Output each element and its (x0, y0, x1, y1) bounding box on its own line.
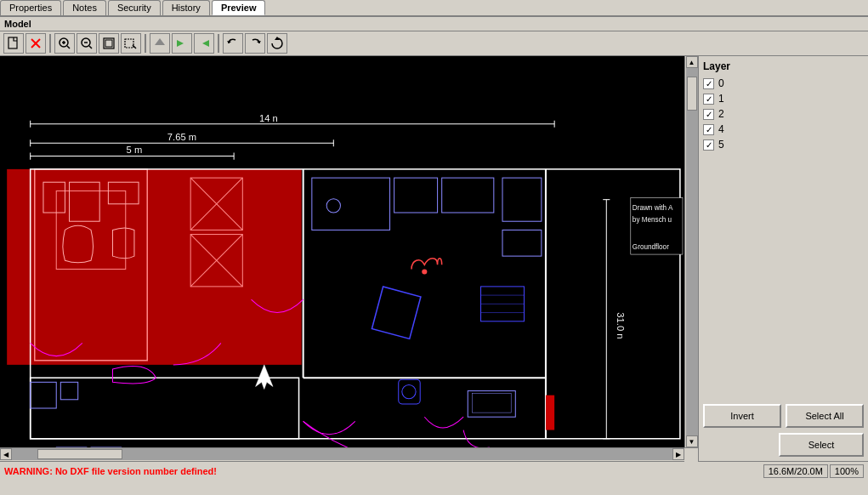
tab-history[interactable]: History (162, 0, 210, 15)
layer-item-4: ✓ 4 (703, 123, 864, 135)
refresh-button[interactable] (267, 33, 287, 54)
svg-line-6 (67, 46, 70, 48)
svg-rect-12 (125, 39, 133, 48)
layer-label-5: 5 (718, 139, 724, 151)
zoom-fit-button[interactable] (99, 33, 119, 54)
svg-text:Groundfloor: Groundfloor (633, 243, 669, 251)
scroll-down-arrow[interactable]: ▼ (686, 435, 698, 447)
svg-text:Drawn with A: Drawn with A (633, 204, 673, 212)
layer-checkbox-5[interactable]: ✓ (703, 139, 714, 151)
layer-label-2: 2 (718, 108, 724, 120)
layer-checkbox-0[interactable]: ✓ (703, 78, 714, 89)
zoom-in-button[interactable] (54, 33, 75, 54)
scroll-up-arrow[interactable]: ▲ (686, 56, 698, 68)
horizontal-scrollbar-wrapper: ◀ ▶ (0, 447, 698, 461)
model-label: Model (4, 19, 31, 29)
scroll-track-h[interactable] (12, 448, 672, 460)
layer-item-0: ✓ 0 (703, 77, 864, 89)
layer-item-1: ✓ 1 (703, 93, 864, 105)
svg-text:31.0 n: 31.0 n (616, 312, 626, 339)
status-memory: 16.6M/20.0M (763, 464, 828, 478)
svg-point-68 (422, 269, 427, 274)
layer-item-5: ✓ 5 (703, 139, 864, 151)
layer-checkbox-2[interactable]: ✓ (703, 109, 714, 120)
svg-text:by Mensch u: by Mensch u (633, 216, 672, 224)
invert-button[interactable]: Invert (703, 404, 781, 428)
svg-marker-14 (155, 38, 165, 45)
select-button[interactable]: Select (779, 433, 864, 457)
toolbar-separator-3 (218, 34, 219, 53)
new-button[interactable] (3, 33, 24, 54)
layer-checkbox-4[interactable]: ✓ (703, 124, 714, 135)
tab-preview[interactable]: Preview (212, 0, 266, 15)
layer-label-4: 4 (718, 123, 724, 135)
move-up-button[interactable] (150, 33, 170, 54)
layer-label-0: 0 (718, 77, 724, 89)
svg-line-9 (89, 46, 92, 48)
zoom-selection-button[interactable] (121, 33, 141, 54)
layer-label-1: 1 (718, 93, 724, 105)
svg-text:5 m: 5 m (127, 145, 143, 155)
svg-text:7.65 m: 7.65 m (167, 132, 196, 142)
scroll-thumb-h[interactable] (37, 449, 122, 459)
tab-properties[interactable]: Properties (0, 0, 61, 15)
svg-rect-0 (9, 37, 17, 48)
toolbar (0, 31, 868, 56)
scroll-thumb-v[interactable] (687, 77, 697, 111)
toolbar-separator-1 (49, 34, 51, 53)
svg-marker-15 (177, 40, 184, 47)
scroll-corner (684, 448, 698, 462)
status-bar: WARNING: No DXF file version number defi… (0, 461, 868, 480)
status-zoom: 100% (830, 464, 864, 478)
redo-button[interactable] (245, 33, 265, 54)
toolbar-separator-2 (145, 34, 146, 53)
svg-text:14 n: 14 n (259, 113, 278, 123)
layer-item-2: ✓ 2 (703, 108, 864, 120)
status-warning: WARNING: No DXF file version number defi… (4, 466, 763, 476)
undo-button[interactable] (223, 33, 243, 54)
svg-marker-16 (202, 40, 209, 47)
svg-rect-11 (105, 40, 112, 47)
svg-rect-21 (7, 169, 301, 365)
move-right-button[interactable] (172, 33, 192, 54)
scroll-right-arrow[interactable]: ▶ (672, 448, 684, 460)
tab-notes[interactable]: Notes (63, 0, 106, 15)
move-left-button[interactable] (194, 33, 214, 54)
cad-canvas[interactable]: 14 n 7.65 m 5 m 31.0 n (0, 56, 684, 447)
status-right: 16.6M/20.0M 100% (763, 464, 864, 478)
layer-panel-title: Layer (703, 60, 864, 72)
tab-security[interactable]: Security (108, 0, 161, 15)
layer-checkbox-1[interactable]: ✓ (703, 94, 714, 105)
scroll-track-v[interactable] (686, 68, 698, 435)
scroll-left-arrow[interactable]: ◀ (0, 448, 12, 460)
select-all-button[interactable]: Select All (786, 404, 864, 428)
close-button[interactable] (26, 33, 46, 54)
zoom-out-button[interactable] (77, 33, 97, 54)
svg-rect-82 (546, 395, 554, 430)
vertical-scrollbar[interactable]: ▲ ▼ (684, 56, 698, 447)
right-panel: Layer ✓ 0 ✓ 1 ✓ 2 ✓ 4 ✓ 5 Invert Select … (698, 56, 868, 461)
